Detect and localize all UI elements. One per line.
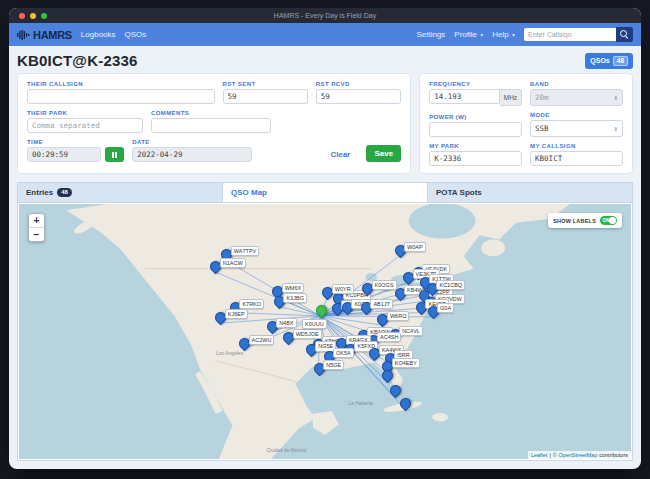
marker-layer: WA7TPVW0APN1ACWWM6XK1JBGKC0PBRK0GQRK7RKO… [19,204,631,459]
my-callsign-input[interactable] [530,151,623,166]
qsos-count-button[interactable]: QSOs 48 [585,53,633,69]
show-labels-label: SHOW LABELS [553,218,596,224]
page-title: KB0ICT@K-2336 [17,52,138,69]
tab-entries-label: Entries [26,188,53,197]
qso-marker[interactable] [379,367,395,383]
power-label: POWER (W) [429,114,522,120]
entries-count-badge: 48 [57,188,72,197]
my-callsign-label: MY CALLSIGN [530,143,623,149]
rst-sent-label: RST SENT [223,81,308,87]
home-marker[interactable] [313,303,329,319]
qso-map-panel: WA7TPVW0APN1ACWWM6XK1JBGKC0PBRK0GQRK7RKO… [17,202,633,461]
brand[interactable]: HAMRS [17,29,72,41]
my-park-input[interactable] [429,151,522,166]
marker-callsign-label: W0AP [404,242,426,252]
marker-callsign-label: WD5JOE [293,329,322,339]
marker-callsign-label: KC1CBQ [436,280,465,290]
qsos-count-badge: 48 [613,56,628,66]
marker-callsign-label: K7RKO [239,299,264,309]
leaflet-link[interactable]: Leaflet [531,452,548,458]
qso-marker[interactable] [387,383,403,399]
tab-pota-spots[interactable]: POTA Spots [428,182,633,202]
marker-callsign-label: OK5A [333,348,354,358]
marker-callsign-label: WM6X [282,283,305,293]
my-park-label: MY PARK [429,143,522,149]
mode-select[interactable]: SSB ↕ [530,120,623,137]
comments-input[interactable] [151,118,271,133]
time-label: TIME [27,139,124,145]
frequency-input[interactable] [429,89,500,104]
their-callsign-label: THEIR CALLSIGN [27,81,215,87]
marker-callsign-label: AC2WU [249,335,275,345]
their-park-label: THEIR PARK [27,110,143,116]
mode-value: SSB [535,124,614,133]
qso-marker[interactable] [398,395,414,411]
nav-help-label: Help [492,30,508,39]
map-city-label: Ciudad de México [266,447,306,453]
nav-qsos[interactable]: QSOs [125,30,147,39]
marker-callsign-label: N1ACW [220,258,246,268]
marker-callsign-label: KO4EBY [392,358,420,368]
marker-callsign-label: AC4SH [377,332,401,342]
marker-callsign-label: W6RO [387,311,410,321]
map-attribution: Leaflet | © OpenStreetMap contributors [528,451,631,459]
brand-name: HAMRS [33,29,72,41]
search-button[interactable] [616,27,633,42]
titlebar: HAMRS - Every Day is Field Day [9,8,641,23]
callsign-search [524,27,633,42]
mode-label: MODE [530,112,623,118]
marker-callsign-label: G0A [437,303,454,313]
marker-callsign-label: KJ6EP [225,309,248,319]
zoom-in-button[interactable]: + [29,214,44,227]
clear-button[interactable]: Clear [330,150,350,159]
marker-callsign-label: K0UUU [302,319,327,329]
time-input[interactable] [27,147,101,162]
tab-entries[interactable]: Entries 48 [17,182,223,202]
nav-settings[interactable]: Settings [416,30,445,39]
their-callsign-input[interactable] [27,89,215,104]
callsign-search-input[interactable] [524,28,616,41]
page-header: KB0ICT@K-2336 QSOs 48 [9,46,641,73]
marker-callsign-label: K1JBG [283,293,306,303]
pause-icon [112,152,114,158]
marker-callsign-label: AB1JT [370,299,393,309]
band-value: 20m [535,93,614,102]
nav-profile[interactable]: Profile ▾ [454,30,483,39]
qso-form-right-card: FREQUENCY MHz BAND 20m ↕ POWER (W) [419,73,633,174]
save-button[interactable]: Save [366,145,401,162]
marker-callsign-label: W0YR [332,284,354,294]
rst-rcvd-input[interactable] [316,89,401,104]
app-window: HAMRS - Every Day is Field Day HAMRS Log… [9,8,641,469]
zoom-out-button[interactable]: − [29,227,44,241]
band-select[interactable]: 20m ↕ [530,89,623,106]
qsos-button-label: QSOs [590,57,609,64]
window-title: HAMRS - Every Day is Field Day [9,12,641,19]
map-canvas[interactable]: WA7TPVW0APN1ACWWM6XK1JBGKC0PBRK0GQRK7RKO… [19,204,631,459]
qso-form-left-card: THEIR CALLSIGN RST SENT RST RCVD THEIR P… [17,73,411,174]
chevron-down-icon: ▾ [480,32,483,38]
nav-help[interactable]: Help ▾ [492,30,515,39]
select-arrows-icon: ↕ [614,125,618,133]
map-city-label: La Habana [348,400,372,406]
pause-icon [115,152,117,158]
their-park-input[interactable] [27,118,143,133]
marker-callsign-label: N5GE [323,360,344,370]
tab-pota-spots-label: POTA Spots [436,188,482,197]
toggle-state-label: ON [603,218,610,223]
comments-label: COMMENTS [151,110,271,116]
marker-callsign-label: WA7TPV [231,246,259,256]
nav-logbooks[interactable]: Logbooks [81,30,116,39]
show-labels-toggle[interactable]: SHOW LABELS ON [548,213,622,228]
pause-timer-button[interactable] [105,147,124,162]
date-input[interactable] [132,147,252,162]
rst-sent-input[interactable] [223,89,308,104]
marker-callsign-label: N4BX [276,318,296,328]
attribution-suffix: contributors [599,452,628,458]
marker-callsign-label: NC4VL [399,326,423,336]
band-label: BAND [530,81,623,87]
power-input[interactable] [429,122,522,137]
search-icon [620,30,627,37]
osm-link[interactable]: © OpenStreetMap [553,452,597,458]
tab-qso-map[interactable]: QSO Map [223,182,428,202]
tab-qso-map-label: QSO Map [231,188,267,197]
